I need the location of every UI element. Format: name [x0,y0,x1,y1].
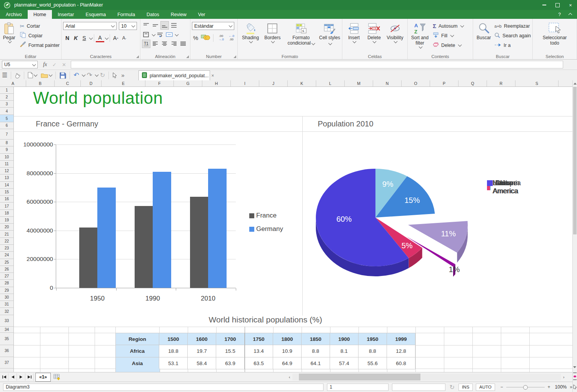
shading-button[interactable]: Shading [239,21,262,53]
scroll-up-icon[interactable] [574,83,577,85]
select-all-button[interactable]: Seleccionar todo [539,21,570,53]
align-left-icon[interactable] [151,40,160,48]
bar-Germany-1990[interactable] [153,172,171,288]
row-header-17[interactable]: 17 [0,203,13,209]
save-icon[interactable] [59,72,66,79]
remove-decimal-button[interactable]: ←.0.00 [227,35,236,42]
column-header-Q[interactable]: Q [459,80,487,86]
orientation-t1-icon[interactable]: T1 [142,40,150,48]
autosum-button[interactable]: ΣAutosum [433,21,464,31]
row-header-6[interactable]: 6 [0,122,13,129]
table-cell[interactable]: 57.4 [330,357,359,369]
table-header-1500[interactable]: 1500 [159,333,188,345]
split-bottom-handle[interactable] [573,379,577,380]
statusbar-more-icon[interactable]: » [570,384,572,390]
bar-Germany-2010[interactable] [208,169,227,288]
table-header-1850[interactable]: 1850 [302,333,330,345]
column-header-N[interactable]: N [373,80,402,86]
table-cell[interactable]: 8.8 [359,345,387,357]
table-cell[interactable]: 18.8 [159,345,188,357]
add-sheet-icon[interactable] [53,374,61,380]
goto-button[interactable]: Ir a [494,40,531,50]
bar-Germany-1950[interactable] [97,188,116,288]
row-header-33[interactable]: 33 [0,315,13,327]
replace-button[interactable]: a+bReemplazar [494,21,531,31]
row-header-13[interactable]: 13 [0,174,13,181]
row-header-30[interactable]: 30 [0,294,13,301]
search-again-button[interactable]: Search again [494,31,531,40]
split-top-handle[interactable] [573,372,577,373]
scroll-right-icon[interactable]: › [561,374,567,380]
table-cell[interactable]: 63.5 [245,357,273,369]
row-header-36[interactable]: 36 [0,345,13,357]
row-header-24[interactable]: 24 [0,252,13,259]
menu-home[interactable]: Home [28,10,52,19]
minimize-button[interactable] [538,0,551,10]
column-header-P[interactable]: P [430,80,459,86]
horizontal-scrollbar[interactable]: ‹ › [287,374,567,380]
function-icon[interactable]: fx [43,61,47,68]
formula-input[interactable] [71,61,563,68]
row-header-26[interactable]: 26 [0,266,13,273]
insert-mode-badge[interactable]: INS [459,384,473,391]
row-header-34[interactable]: 34 [0,327,13,333]
select-objects-icon[interactable] [573,384,577,391]
table-cell[interactable]: 15.5 [216,345,245,357]
row-header-4[interactable]: 4 [0,108,13,115]
row-header-14[interactable]: 14 [0,182,13,189]
row-header-22[interactable]: 22 [0,238,13,245]
underline-button[interactable]: S [80,33,88,43]
table-region-Asia[interactable]: Asia [115,357,159,369]
table-cell[interactable]: 8.1 [330,345,359,357]
table-cell[interactable]: 64.1 [302,357,330,369]
table-cell[interactable]: 19.7 [188,345,216,357]
new-document-icon[interactable] [28,72,37,78]
sheet-tab-active[interactable]: «1» [35,373,51,382]
row-header-16[interactable]: 16 [0,196,13,203]
row-header-12[interactable]: 12 [0,168,13,174]
hamburger-icon[interactable]: ☰ [2,71,7,79]
auto-mode-badge[interactable]: AUTO [476,384,495,391]
currency-icon[interactable] [201,34,210,42]
row-header-29[interactable]: 29 [0,287,13,294]
row-header-8[interactable]: 8 [0,140,13,146]
row-header-20[interactable]: 20 [0,224,13,231]
menu-insertar[interactable]: Insertar [52,10,80,19]
column-header-D[interactable]: D [81,80,102,86]
confirm-icon[interactable]: ✓ [52,62,57,68]
copy-button[interactable]: Copiar [20,31,60,40]
row-header-9[interactable]: 9 [0,146,13,153]
font-color-button[interactable]: A [96,34,104,42]
visibility-button[interactable]: Visibility [385,21,405,53]
scroll-left-icon[interactable]: ‹ [287,374,292,380]
menu-formula[interactable]: Formula [112,10,141,19]
row-header-3[interactable]: 3 [0,101,13,108]
row-header-37[interactable]: 37 [0,357,13,369]
table-header-Region[interactable]: Region [115,333,159,345]
open-folder-icon[interactable] [41,73,52,78]
toolbar-more-icon[interactable]: » [121,72,124,78]
row-header-35[interactable]: 35 [0,333,13,345]
column-headers[interactable]: ABCDEFGHIJKLMNOPQRS [0,80,572,87]
borders-button[interactable]: Borders [262,21,283,53]
table-cell[interactable]: 10.9 [273,345,302,357]
column-header-G[interactable]: G [174,80,202,86]
redo-icon[interactable]: ↷ [87,71,92,79]
row-header-28[interactable]: 28 [0,280,13,287]
column-header-R[interactable]: R [487,80,515,86]
column-header-A[interactable]: A [0,80,26,86]
bar-France-1950[interactable] [79,228,98,288]
column-header-E[interactable]: E [102,80,145,86]
row-header-11[interactable]: 11 [0,161,13,168]
next-sheet-button[interactable] [17,373,25,381]
sheet-canvas[interactable]: World population France - Germany 100000… [14,87,572,372]
valign-center-icon[interactable] [151,21,160,30]
conditional-formatting-button[interactable]: ≤ Formato condicional [283,21,319,53]
populations-table[interactable]: Region1500160017001750180018501900195019… [115,333,415,369]
bar-France-2010[interactable] [190,197,208,288]
table-region-Africa[interactable]: Africa [115,345,159,357]
orientation-options-icon[interactable] [152,32,156,36]
column-header-H[interactable]: H [202,80,231,86]
prev-sheet-button[interactable] [8,373,17,381]
font-size-select[interactable]: 10 [119,22,137,30]
